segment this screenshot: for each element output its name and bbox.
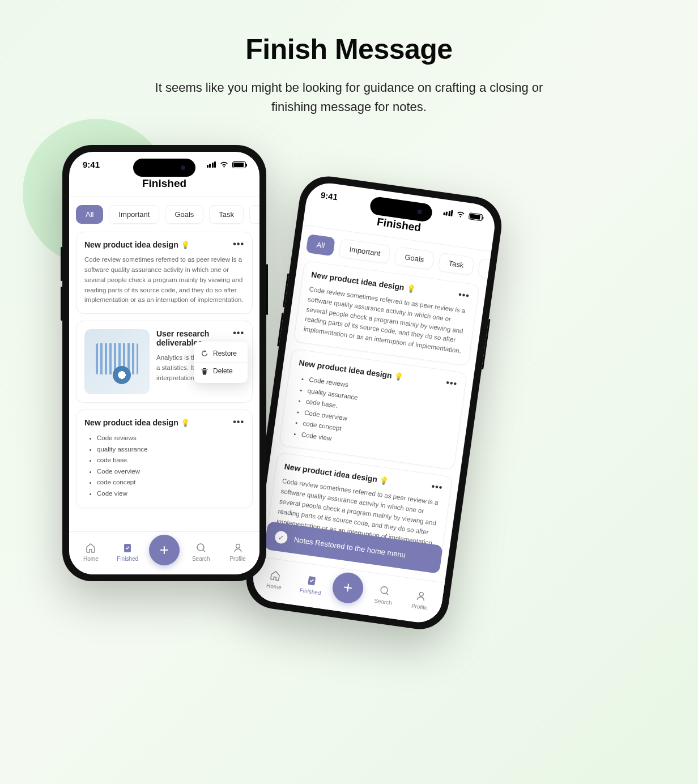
page-subtitle: It seems like you might be looking for g… xyxy=(134,78,564,117)
card-list: Code reviews quality assurance code base… xyxy=(84,433,244,499)
filter-tab-goals[interactable]: Goals xyxy=(165,205,203,224)
wifi-icon xyxy=(219,161,229,168)
restore-menu-item[interactable]: Restore xyxy=(194,345,248,362)
note-card[interactable]: ••• New product idea design💡 Code review… xyxy=(76,410,253,508)
search-icon xyxy=(195,542,207,554)
filter-tab-important[interactable]: Important xyxy=(339,238,391,264)
nav-label: Home xyxy=(266,582,282,590)
check-icon: ✓ xyxy=(274,530,288,544)
list-item: Code overview xyxy=(97,466,244,478)
list-item: code concept xyxy=(97,477,244,488)
more-icon[interactable]: ••• xyxy=(233,239,244,249)
nav-label: Finished xyxy=(117,556,138,562)
plus-icon: + xyxy=(342,578,354,597)
bulb-icon: 💡 xyxy=(394,372,404,381)
nav-label: Profile xyxy=(411,602,428,611)
status-time: 9:41 xyxy=(83,160,100,169)
card-title: New product idea design xyxy=(84,240,178,249)
add-button[interactable]: + xyxy=(331,570,365,605)
profile-icon xyxy=(232,542,244,554)
nav-finished[interactable]: Finished xyxy=(112,542,143,562)
svg-point-4 xyxy=(380,586,388,594)
delete-label: Delete xyxy=(213,367,233,375)
status-time: 9:41 xyxy=(320,190,338,202)
nav-label: Home xyxy=(83,556,99,562)
dynamic-island xyxy=(133,159,195,177)
restore-label: Restore xyxy=(213,350,237,357)
bulb-icon: 💡 xyxy=(181,241,190,249)
more-icon[interactable]: ••• xyxy=(445,378,458,390)
filter-tab-all[interactable]: All xyxy=(76,205,103,224)
delete-menu-item[interactable]: Delete xyxy=(194,362,248,380)
list-item: Code view xyxy=(97,488,244,500)
nav-search[interactable]: Search xyxy=(368,582,401,607)
home-icon xyxy=(84,542,97,554)
cellular-icon xyxy=(443,209,453,216)
filter-tab-product[interactable]: Produ... xyxy=(478,258,491,283)
phone-mockup-left: 9:41 Finished All Important Goals Task P… xyxy=(62,145,266,581)
clipboard-check-icon xyxy=(305,573,319,587)
clipboard-check-icon xyxy=(121,542,134,554)
page-title: Finish Message xyxy=(0,33,698,66)
filter-tabs: All Important Goals Task Produ... xyxy=(69,197,259,232)
list-item: quality assurance xyxy=(97,444,244,455)
svg-point-2 xyxy=(236,544,240,548)
card-list: Code reviews quality assurance code base… xyxy=(288,373,456,461)
more-icon[interactable]: ••• xyxy=(233,417,244,427)
filter-tab-task[interactable]: Task xyxy=(209,205,244,224)
more-icon[interactable]: ••• xyxy=(233,328,244,338)
plus-icon: + xyxy=(160,541,169,559)
bulb-icon: 💡 xyxy=(379,476,389,485)
battery-icon xyxy=(469,212,483,221)
list-item: Code reviews xyxy=(97,433,244,444)
nav-finished[interactable]: Finished xyxy=(295,572,327,596)
note-card[interactable]: ••• New product idea design💡 Code review… xyxy=(76,232,253,314)
wifi-icon xyxy=(456,210,466,219)
bulb-icon: 💡 xyxy=(181,419,190,427)
filter-tab-product[interactable]: Produ... xyxy=(249,205,259,224)
svg-point-1 xyxy=(197,544,204,551)
nav-home[interactable]: Home xyxy=(75,542,106,562)
add-button[interactable]: + xyxy=(149,535,180,565)
context-menu: Restore Delete xyxy=(194,342,248,383)
home-icon xyxy=(269,568,283,582)
cellular-icon xyxy=(207,161,216,168)
nav-search[interactable]: Search xyxy=(186,542,216,562)
more-icon[interactable]: ••• xyxy=(431,482,443,493)
nav-label: Profile xyxy=(229,556,245,562)
restore-icon xyxy=(201,350,208,357)
nav-label: Finished xyxy=(299,587,321,596)
list-item: code base. xyxy=(97,455,244,466)
profile-icon xyxy=(414,589,428,603)
card-thumbnail xyxy=(84,329,150,394)
search-icon xyxy=(377,583,391,598)
nav-profile[interactable]: Profile xyxy=(223,542,253,562)
card-body: Code review sometimes referred to as pee… xyxy=(84,255,244,305)
nav-label: Search xyxy=(374,597,393,606)
trash-icon xyxy=(201,367,208,375)
filter-tab-all[interactable]: All xyxy=(306,234,336,256)
card-title: New product idea design xyxy=(84,418,178,427)
page-heading: Finish Message It seems like you might b… xyxy=(0,0,698,117)
filter-tab-important[interactable]: Important xyxy=(109,205,159,224)
more-icon[interactable]: ••• xyxy=(458,289,470,301)
svg-point-5 xyxy=(419,592,423,596)
phone-mockup-right: 9:41 Finished All Important Goals Task P… xyxy=(242,173,505,633)
bulb-icon: 💡 xyxy=(406,284,416,293)
toast-message: Notes Restored to the home menu xyxy=(293,535,406,559)
note-card[interactable]: ••• New product idea design💡 Code review… xyxy=(279,348,467,470)
note-card[interactable]: ••• User research deliverables Analytics… xyxy=(76,321,253,403)
filter-tab-task[interactable]: Task xyxy=(438,253,475,276)
nav-label: Search xyxy=(192,556,210,562)
phones-mockup-area: 9:41 Finished All Important Goals Task P… xyxy=(0,145,698,779)
battery-icon xyxy=(232,161,246,168)
nav-home[interactable]: Home xyxy=(258,567,291,591)
bottom-nav: Home Finished + Search Profile xyxy=(69,531,259,574)
filter-tab-goals[interactable]: Goals xyxy=(394,246,435,270)
nav-profile[interactable]: Profile xyxy=(404,587,437,612)
